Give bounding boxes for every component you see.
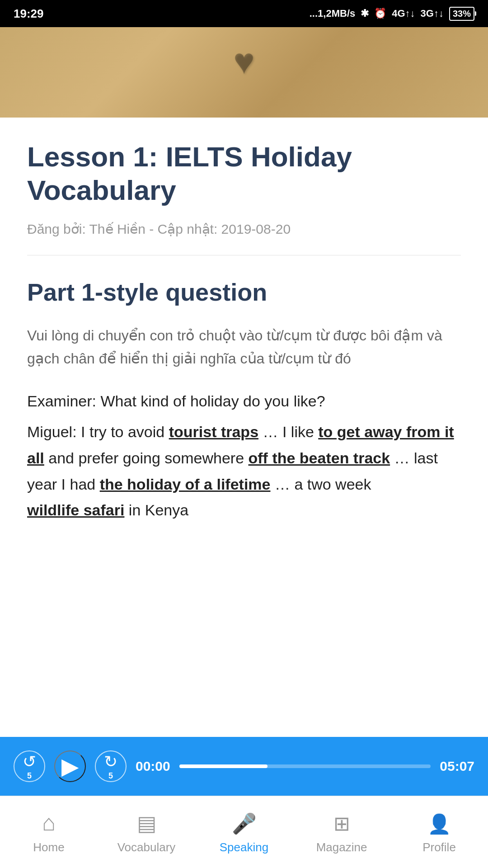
nav-label-home: Home	[33, 840, 64, 854]
hero-image	[0, 27, 488, 118]
instruction-text: Vui lòng di chuyển con trỏ chuột vào từ/…	[27, 324, 461, 370]
speaking-icon	[232, 810, 257, 836]
battery-indicator: 33%	[449, 7, 474, 21]
forward-button[interactable]: ↻ 5	[95, 750, 127, 782]
progress-fill	[179, 764, 267, 768]
dialogue-text: Examiner: What kind of holiday do you li…	[27, 388, 461, 524]
vocab-tourist-traps[interactable]: tourist traps	[169, 423, 258, 440]
lesson-meta: Đăng bởi: Thế Hiền - Cập nhật: 2019-08-2…	[27, 221, 461, 237]
nav-label-profile: Profile	[422, 840, 456, 854]
nav-label-speaking: Speaking	[220, 840, 268, 854]
play-icon: ▶	[61, 753, 79, 779]
nav-label-magazine: Magazine	[316, 840, 367, 854]
bottom-nav: Home Vocabulary Speaking Magazine Profil…	[0, 796, 488, 868]
play-button[interactable]: ▶	[54, 750, 86, 782]
nav-item-profile[interactable]: Profile	[390, 810, 488, 854]
content-area: Lesson 1: IELTS Holiday Vocabulary Đăng …	[0, 118, 488, 737]
vocab-wildlife-safari[interactable]: wildlife safari	[27, 501, 124, 519]
rewind-icon: ↺ 5	[23, 752, 36, 781]
divider	[27, 255, 461, 255]
current-time: 00:00	[136, 759, 170, 774]
profile-icon	[427, 810, 451, 836]
vocabulary-icon	[137, 810, 156, 836]
section-title: Part 1-style question	[27, 278, 461, 306]
rewind-button[interactable]: ↺ 5	[14, 750, 45, 782]
dialogue-line1: Examiner: What kind of holiday do you li…	[27, 388, 461, 415]
network-speed: ...1,2MB/s	[310, 8, 355, 19]
vocab-lifetime[interactable]: the holiday of a lifetime	[100, 476, 271, 493]
nav-item-speaking[interactable]: Speaking	[195, 810, 293, 854]
bluetooth-icon: ✱	[361, 8, 369, 19]
home-icon	[42, 810, 56, 836]
signal-4g: 4G↑↓	[392, 8, 415, 19]
nav-label-vocabulary: Vocabulary	[117, 840, 176, 854]
nav-item-magazine[interactable]: Magazine	[293, 810, 390, 854]
total-time: 05:07	[440, 759, 474, 774]
status-time: 19:29	[14, 7, 44, 21]
nav-item-vocabulary[interactable]: Vocabulary	[98, 810, 195, 854]
magazine-icon	[333, 810, 350, 836]
lesson-title: Lesson 1: IELTS Holiday Vocabulary	[27, 140, 461, 208]
forward-icon: ↻ 5	[104, 752, 117, 781]
signal-3g: 3G↑↓	[421, 8, 444, 19]
alarm-icon: ⏰	[374, 8, 386, 19]
audio-player: ↺ 5 ▶ ↻ 5 00:00 05:07	[0, 737, 488, 796]
vocab-beaten-track[interactable]: off the beaten track	[249, 449, 390, 467]
status-icons: ...1,2MB/s ✱ ⏰ 4G↑↓ 3G↑↓ 33%	[310, 7, 474, 21]
progress-bar[interactable]	[179, 764, 431, 768]
dialogue-line2: Miguel: I try to avoid tourist traps … I…	[27, 419, 461, 497]
status-bar: 19:29 ...1,2MB/s ✱ ⏰ 4G↑↓ 3G↑↓ 33%	[0, 0, 488, 27]
dialogue-line3: wildlife safari in Kenya	[27, 497, 461, 524]
nav-item-home[interactable]: Home	[0, 810, 98, 854]
